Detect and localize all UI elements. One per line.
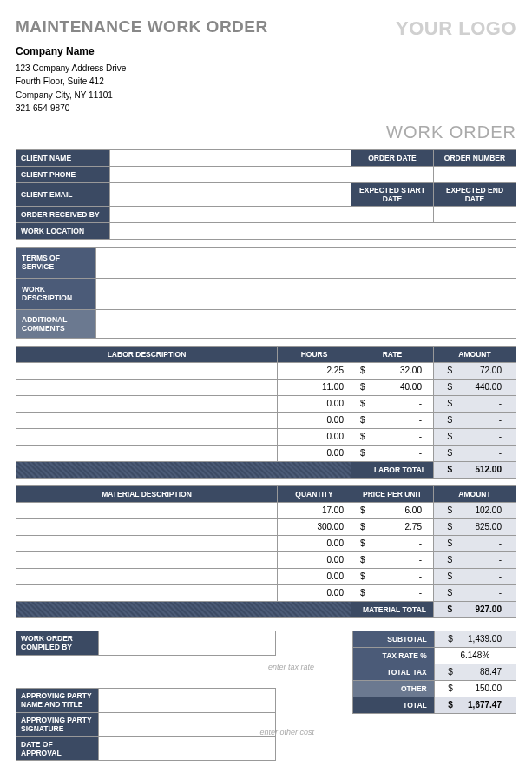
table-row: 0.00$-$- — [16, 428, 516, 445]
order-received-label: ORDER RECEIVED BY — [16, 206, 110, 222]
labor-rate-cell[interactable]: $- — [351, 445, 434, 461]
comments-label: ADDITIONAL COMMENTS — [16, 309, 96, 338]
material-ppu-cell[interactable]: $- — [351, 568, 434, 584]
table-row: 300.00$2.75$825.00 — [16, 518, 516, 535]
client-email-label: CLIENT EMAIL — [16, 182, 110, 206]
labor-rate-cell[interactable]: $- — [351, 412, 434, 428]
material-ppu-cell[interactable]: $2.75 — [351, 518, 434, 535]
labor-hours-cell[interactable]: 11.00 — [278, 379, 351, 395]
material-ppu-cell[interactable]: $6.00 — [351, 502, 434, 518]
labor-amount-cell: $- — [434, 412, 516, 428]
material-ppu-header: PRICE PER UNIT — [351, 485, 434, 502]
order-received-field[interactable] — [110, 206, 351, 222]
material-qty-cell[interactable]: 17.00 — [278, 502, 351, 518]
material-desc-cell[interactable] — [16, 535, 278, 551]
terms-label: TERMS OF SERVICE — [16, 247, 96, 278]
client-name-label: CLIENT NAME — [16, 149, 110, 166]
labor-rate-cell[interactable]: $- — [351, 395, 434, 412]
subtotal-value: $1,439.00 — [434, 631, 516, 647]
labor-amount-cell: $- — [434, 428, 516, 445]
work-location-label: WORK LOCATION — [16, 222, 110, 239]
material-qty-cell[interactable]: 0.00 — [278, 551, 351, 568]
labor-rate-header: RATE — [351, 346, 434, 362]
work-location-field[interactable] — [110, 222, 516, 239]
order-number-field[interactable] — [434, 166, 516, 182]
labor-desc-cell[interactable] — [16, 412, 278, 428]
material-qty-cell[interactable]: 0.00 — [278, 535, 351, 551]
labor-rate-cell[interactable]: $- — [351, 428, 434, 445]
material-qty-cell[interactable]: 0.00 — [278, 568, 351, 584]
work-desc-label: WORK DESCRIPTION — [16, 278, 96, 309]
material-desc-cell[interactable] — [16, 584, 278, 601]
work-desc-field[interactable] — [96, 278, 516, 309]
approver-name-label: APPROVING PARTY NAME AND TITLE — [16, 688, 99, 712]
table-row: 0.00$-$- — [16, 445, 516, 461]
table-row: 0.00$-$- — [16, 412, 516, 428]
material-amount-cell: $102.00 — [434, 502, 516, 518]
subtotal-label: SUBTOTAL — [353, 631, 435, 647]
page-title: MAINTENANCE WORK ORDER — [16, 17, 268, 36]
other-value[interactable]: $150.00 — [434, 680, 516, 697]
expected-start-field[interactable] — [351, 206, 434, 222]
labor-hatch — [16, 461, 351, 478]
client-email-field[interactable] — [110, 182, 351, 206]
material-amount-cell: $825.00 — [434, 518, 516, 535]
company-name: Company Name — [16, 43, 268, 60]
terms-field[interactable] — [96, 247, 516, 278]
material-ppu-cell[interactable]: $- — [351, 584, 434, 601]
comments-field[interactable] — [96, 309, 516, 338]
material-desc-cell[interactable] — [16, 518, 278, 535]
totaltax-label: TOTAL TAX — [353, 664, 435, 680]
labor-desc-cell[interactable] — [16, 445, 278, 461]
company-addr2: Fourth Floor, Suite 412 — [16, 75, 268, 89]
table-row: 0.00$-$- — [16, 535, 516, 551]
company-city: Company City, NY 11101 — [16, 89, 268, 102]
labor-desc-cell[interactable] — [16, 428, 278, 445]
labor-hours-cell[interactable]: 2.25 — [278, 362, 351, 379]
logo-placeholder: YOUR LOGO — [396, 17, 516, 40]
taxrate-label: TAX RATE % — [353, 647, 435, 664]
labor-hours-header: HOURS — [278, 346, 351, 362]
company-block: Company Name 123 Company Address Drive F… — [16, 43, 268, 116]
labor-hours-cell[interactable]: 0.00 — [278, 412, 351, 428]
taxrate-value[interactable]: 6.148% — [434, 647, 516, 664]
table-row: 0.00$-$- — [16, 395, 516, 412]
company-addr1: 123 Company Address Drive — [16, 62, 268, 76]
material-ppu-cell[interactable]: $- — [351, 535, 434, 551]
labor-amount-cell: $- — [434, 445, 516, 461]
expected-end-label: EXPECTED END DATE — [434, 182, 516, 206]
material-desc-cell[interactable] — [16, 568, 278, 584]
compiled-by-field[interactable] — [99, 631, 276, 655]
labor-hours-cell[interactable]: 0.00 — [278, 428, 351, 445]
material-desc-cell[interactable] — [16, 551, 278, 568]
labor-desc-cell[interactable] — [16, 379, 278, 395]
material-desc-header: MATERIAL DESCRIPTION — [16, 485, 278, 502]
labor-rate-cell[interactable]: $40.00 — [351, 379, 434, 395]
labor-desc-cell[interactable] — [16, 395, 278, 412]
compiled-by-table: WORK ORDER COMPILED BY — [16, 631, 276, 656]
labor-rate-cell[interactable]: $32.00 — [351, 362, 434, 379]
labor-amount-cell: $440.00 — [434, 379, 516, 395]
labor-amount-header: AMOUNT — [434, 346, 516, 362]
approver-name-field[interactable] — [99, 688, 276, 712]
material-qty-cell[interactable]: 0.00 — [278, 584, 351, 601]
client-phone-field[interactable] — [110, 166, 351, 182]
client-name-field[interactable] — [110, 149, 351, 166]
labor-desc-cell[interactable] — [16, 362, 278, 379]
labor-hours-cell[interactable]: 0.00 — [278, 395, 351, 412]
order-date-field[interactable] — [351, 166, 434, 182]
material-desc-cell[interactable] — [16, 502, 278, 518]
material-total-label: MATERIAL TOTAL — [351, 601, 434, 617]
labor-amount-cell: $- — [434, 395, 516, 412]
expected-end-field[interactable] — [434, 206, 516, 222]
material-ppu-cell[interactable]: $- — [351, 551, 434, 568]
other-label: OTHER — [353, 680, 435, 697]
grand-total-value: $1,677.47 — [434, 697, 516, 713]
table-row: 0.00$-$- — [16, 584, 516, 601]
material-qty-cell[interactable]: 300.00 — [278, 518, 351, 535]
labor-total-label: LABOR TOTAL — [351, 461, 434, 478]
labor-desc-header: LABOR DESCRIPTION — [16, 346, 278, 362]
labor-hours-cell[interactable]: 0.00 — [278, 445, 351, 461]
other-cost-hint: enter other cost — [16, 724, 319, 741]
labor-amount-cell: $72.00 — [434, 362, 516, 379]
